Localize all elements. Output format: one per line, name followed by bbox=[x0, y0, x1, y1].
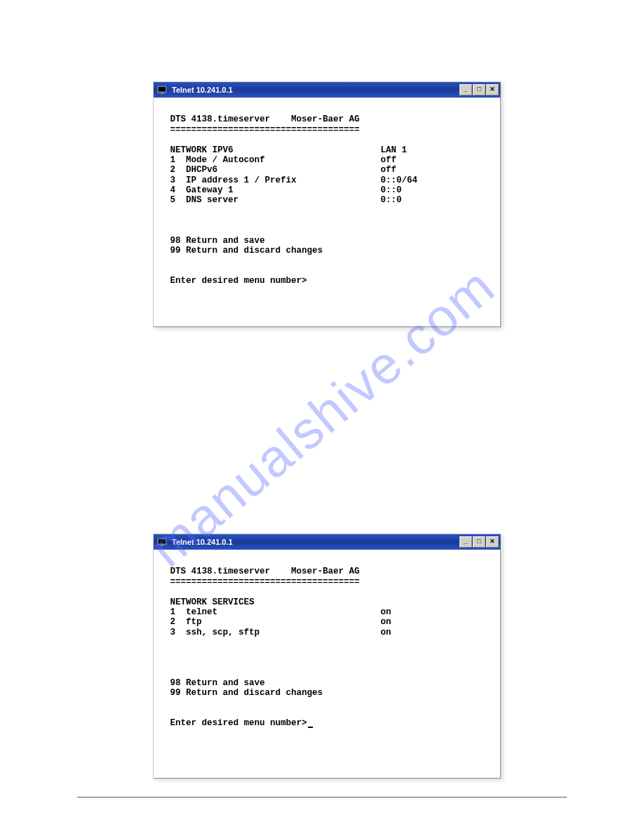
app-header: DTS 4138.timeserver Moser-Baer AG bbox=[165, 114, 360, 124]
prompt: Enter desired menu number> bbox=[165, 276, 307, 286]
svg-rect-2 bbox=[161, 93, 163, 94]
menu-item-3: 3 ssh, scp, sftp on bbox=[165, 628, 391, 637]
section-title: NETWORK SERVICES bbox=[165, 597, 255, 607]
prompt: Enter desired menu number> bbox=[165, 718, 307, 728]
section-title: NETWORK IPV6 LAN 1 bbox=[165, 145, 407, 155]
menu-item-98: 98 Return and save bbox=[165, 236, 265, 246]
window-controls: _ □ ✕ bbox=[459, 84, 499, 95]
svg-rect-4 bbox=[159, 539, 166, 543]
terminal-content[interactable]: DTS 4138.timeserver Moser-Baer AG ======… bbox=[154, 550, 500, 778]
footer-divider bbox=[77, 797, 567, 797]
window-title: Telnet 10.241.0.1 bbox=[170, 538, 459, 546]
menu-item-99: 99 Return and discard changes bbox=[165, 246, 323, 256]
app-icon bbox=[156, 84, 168, 95]
titlebar[interactable]: Telnet 10.241.0.1 _ □ ✕ bbox=[154, 534, 500, 550]
minimize-button[interactable]: _ bbox=[459, 84, 472, 95]
menu-item-4: 4 Gateway 1 0::0 bbox=[165, 185, 402, 195]
app-icon bbox=[156, 536, 168, 548]
terminal-content[interactable]: DTS 4138.timeserver Moser-Baer AG ======… bbox=[154, 98, 500, 326]
menu-item-3: 3 IP address 1 / Prefix 0::0/64 bbox=[165, 176, 417, 185]
menu-item-1: 1 telnet on bbox=[165, 607, 391, 617]
window-controls: _ □ ✕ bbox=[459, 536, 499, 548]
close-button[interactable]: ✕ bbox=[486, 84, 499, 95]
divider-line: ==================================== bbox=[165, 577, 360, 587]
menu-item-99: 99 Return and discard changes bbox=[165, 688, 323, 698]
menu-item-5: 5 DNS server 0::0 bbox=[165, 195, 402, 205]
svg-rect-1 bbox=[159, 87, 166, 91]
maximize-button[interactable]: □ bbox=[473, 536, 485, 548]
svg-rect-5 bbox=[161, 545, 163, 546]
divider-line: ==================================== bbox=[165, 125, 360, 135]
menu-item-98: 98 Return and save bbox=[165, 678, 265, 688]
menu-item-2: 2 DHCPv6 off bbox=[165, 165, 396, 175]
close-button[interactable]: ✕ bbox=[486, 536, 499, 548]
menu-item-2: 2 ftp on bbox=[165, 617, 391, 627]
cursor-icon bbox=[308, 727, 313, 728]
menu-item-1: 1 Mode / Autoconf off bbox=[165, 155, 396, 165]
window-title: Telnet 10.241.0.1 bbox=[170, 86, 459, 94]
maximize-button[interactable]: □ bbox=[473, 84, 485, 95]
minimize-button[interactable]: _ bbox=[459, 536, 472, 548]
telnet-window-ipv6: Telnet 10.241.0.1 _ □ ✕ DTS 4138.timeser… bbox=[153, 81, 501, 327]
telnet-window-services: Telnet 10.241.0.1 _ □ ✕ DTS 4138.timeser… bbox=[153, 534, 501, 779]
titlebar[interactable]: Telnet 10.241.0.1 _ □ ✕ bbox=[154, 82, 500, 98]
app-header: DTS 4138.timeserver Moser-Baer AG bbox=[165, 567, 360, 576]
